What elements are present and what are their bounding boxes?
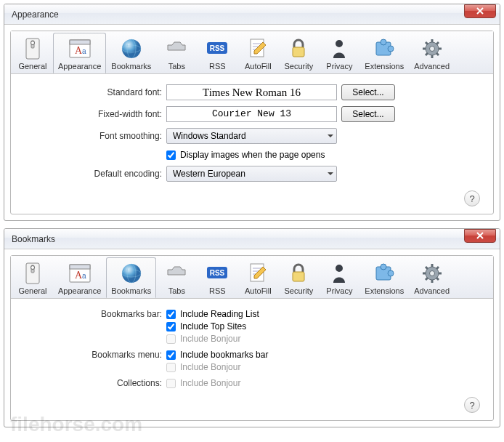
tab-autofill[interactable]: AutoFill — [237, 257, 278, 298]
standard-font-label: Standard font: — [24, 87, 162, 97]
svg-line-58 — [436, 267, 439, 269]
tab-general[interactable]: General — [12, 33, 53, 73]
svg-point-49 — [388, 270, 394, 276]
lock-icon — [287, 262, 310, 285]
chevron-down-icon — [328, 134, 333, 137]
include-bookmarks-bar-label: Include bookmarks bar — [180, 350, 268, 360]
puzzle-icon — [373, 262, 396, 285]
smoothing-label: Font smoothing: — [24, 131, 162, 141]
select-standard-font-button[interactable]: Select... — [341, 84, 395, 100]
tab-extensions[interactable]: Extensions — [359, 33, 409, 73]
tab-security[interactable]: Security — [278, 257, 319, 298]
silhouette-icon — [328, 262, 351, 285]
svg-text:a: a — [82, 272, 86, 280]
tab-appearance[interactable]: Aa Appearance — [53, 257, 106, 298]
tab-privacy[interactable]: Privacy — [319, 257, 359, 298]
tab-label: Privacy — [326, 62, 352, 71]
svg-line-26 — [426, 42, 428, 44]
include-bonjour-bar-checkbox — [166, 334, 176, 344]
tab-bookmarks[interactable]: Bookmarks — [106, 257, 156, 298]
smoothing-combo[interactable]: Windows Standard — [166, 128, 337, 144]
tab-label: Bookmarks — [111, 62, 151, 71]
rss-icon: RSS — [206, 262, 229, 285]
appearance-icon: Aa — [68, 262, 92, 285]
chevron-down-icon — [328, 172, 333, 175]
include-reading-checkbox[interactable] — [166, 310, 176, 319]
display-images-checkbox[interactable] — [166, 150, 176, 160]
include-bonjour-bar-label: Include Bonjour — [180, 334, 240, 344]
bookmarks-content: Bookmarks bar: Include Reading List Incl… — [11, 299, 493, 420]
appearance-icon: Aa — [68, 37, 92, 60]
collections-label: Collections: — [24, 378, 162, 388]
tab-label: Extensions — [365, 286, 404, 295]
include-bonjour-collections-checkbox — [166, 379, 176, 388]
tab-tabs[interactable]: Tabs — [156, 257, 197, 298]
encoding-label: Default encoding: — [24, 169, 162, 179]
smoothing-value: Windows Standard — [173, 131, 246, 141]
tab-appearance[interactable]: Aa Appearance — [53, 33, 106, 73]
help-button[interactable]: ? — [464, 397, 480, 413]
include-top-label: Include Top Sites — [180, 321, 246, 332]
tab-tabs[interactable]: Tabs — [156, 33, 197, 73]
svg-point-19 — [388, 46, 394, 52]
tab-label: RSS — [209, 286, 226, 295]
encoding-combo[interactable]: Western European — [166, 166, 337, 182]
tab-rss[interactable]: RSS RSS — [197, 257, 237, 298]
tab-privacy[interactable]: Privacy — [319, 33, 359, 73]
help-button[interactable]: ? — [464, 190, 480, 206]
tab-advanced[interactable]: Advanced — [409, 257, 455, 298]
preferences-toolbar: General Aa Appearance Bookmarks Tabs — [11, 31, 493, 74]
fixed-font-value: Courier New 13 — [166, 106, 337, 122]
include-bookmarks-bar-checkbox[interactable] — [166, 350, 176, 360]
include-bonjour-menu-label: Include Bonjour — [180, 362, 240, 372]
appearance-window: Appearance General Aa Appearance — [4, 4, 500, 221]
bookmarks-window: Bookmarks General Aa Appearance — [4, 228, 500, 427]
svg-line-28 — [436, 42, 439, 44]
svg-text:RSS: RSS — [210, 269, 225, 277]
close-button[interactable] — [464, 4, 496, 18]
tab-label: Appearance — [58, 62, 101, 71]
globe-icon — [120, 262, 143, 285]
svg-rect-16 — [293, 47, 304, 57]
fixed-font-label: Fixed-width font: — [24, 109, 162, 119]
tab-label: General — [18, 286, 46, 295]
standard-font-value: Times New Roman 16 — [166, 84, 337, 100]
tab-label: Tabs — [168, 62, 185, 71]
tab-general[interactable]: General — [12, 257, 53, 298]
select-fixed-font-button[interactable]: Select... — [341, 106, 395, 122]
tab-label: General — [18, 62, 46, 71]
svg-point-37 — [122, 264, 141, 283]
panel: General Aa Appearance Bookmarks Tabs — [10, 255, 494, 421]
tab-extensions[interactable]: Extensions — [359, 257, 409, 298]
appearance-content: Standard font: Times New Roman 16 Select… — [11, 74, 493, 214]
tab-autofill[interactable]: AutoFill — [237, 33, 278, 73]
include-reading-label: Include Reading List — [180, 309, 259, 319]
svg-line-56 — [426, 267, 428, 269]
close-icon — [476, 7, 484, 15]
svg-line-59 — [426, 278, 428, 280]
close-icon — [476, 232, 484, 239]
tab-label: Extensions — [365, 62, 404, 71]
gear-icon — [420, 262, 444, 285]
bookmarks-bar-label: Bookmarks bar: — [24, 309, 162, 319]
svg-rect-34 — [70, 265, 90, 269]
tab-security[interactable]: Security — [278, 33, 319, 73]
tab-rss[interactable]: RSS RSS — [197, 33, 237, 73]
svg-text:RSS: RSS — [210, 44, 225, 52]
close-button[interactable] — [464, 229, 496, 243]
rss-icon: RSS — [206, 37, 229, 60]
tab-advanced[interactable]: Advanced — [409, 33, 455, 73]
svg-line-57 — [436, 278, 439, 280]
tab-bookmarks[interactable]: Bookmarks — [106, 33, 156, 73]
pencil-icon — [246, 262, 269, 285]
window-title: Appearance — [12, 9, 59, 20]
tab-label: Advanced — [414, 62, 450, 71]
bookmarks-menu-label: Bookmarks menu: — [24, 350, 162, 360]
include-top-checkbox[interactable] — [166, 322, 176, 332]
svg-rect-46 — [293, 272, 304, 281]
tab-label: Bookmarks — [111, 286, 151, 295]
include-bonjour-menu-checkbox — [166, 363, 176, 372]
globe-icon — [120, 37, 143, 60]
preferences-toolbar: General Aa Appearance Bookmarks Tabs — [11, 256, 493, 299]
switch-icon — [21, 37, 44, 60]
